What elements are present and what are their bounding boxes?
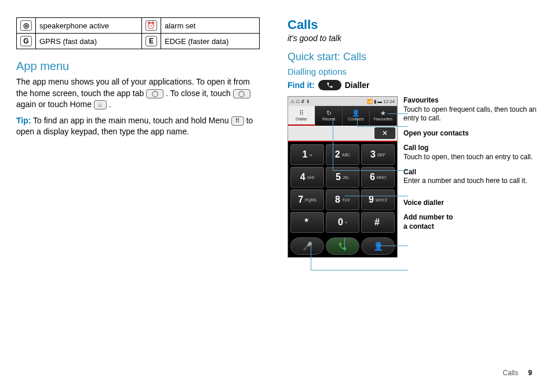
table-row: G GPRS (fast data) E EDGE (faster data) xyxy=(17,34,260,49)
tab-dialler[interactable]: ⠿Dialler xyxy=(288,106,315,126)
status-bar: ⚠ ♺ ⇵ ⬇ 📶 ▮ ▬ 12:24 xyxy=(288,97,397,106)
callout-label: Favourites xyxy=(403,96,537,105)
text: To find an app in the main menu, touch a… xyxy=(33,116,231,125)
tab-recent[interactable]: ↻Recent xyxy=(315,106,343,126)
tab-label: Favourites xyxy=(374,117,393,121)
calls-heading: Calls xyxy=(288,17,537,32)
callout-favourites: Favourites Touch to open frequent calls,… xyxy=(403,96,537,123)
gprs-icon: G xyxy=(20,36,32,46)
status-icons-table: ◎ speakerphone active ⏰ alarm set G GPRS… xyxy=(16,17,260,49)
quick-start-heading: Quick start: Calls xyxy=(288,51,537,63)
clock-text: 12:24 xyxy=(383,99,395,104)
icon-label: alarm set xyxy=(161,18,259,34)
key-7[interactable]: 7PQRS xyxy=(290,189,324,210)
key-3[interactable]: 3DEF xyxy=(361,144,395,165)
dialling-options-heading: Dialling options xyxy=(288,67,537,76)
left-column: ◎ speakerphone active ⏰ alarm set G GPRS… xyxy=(16,17,260,258)
dialler-pill-icon xyxy=(318,80,341,90)
speakerphone-icon: ◎ xyxy=(20,20,32,31)
edge-icon: E xyxy=(145,36,157,46)
tabs-row: ⠿Dialler ↻Recent 👤Contacts ★Favourites xyxy=(288,106,397,126)
callout-voice-dialler: Voice dialler xyxy=(403,199,537,208)
status-left-icons: ⚠ ♺ ⇵ ⬇ xyxy=(290,99,310,104)
voice-dial-button[interactable]: 🎤 xyxy=(290,237,324,255)
find-it-value: Dialler xyxy=(345,80,370,90)
callout-label: Call log xyxy=(403,144,537,153)
backspace-button[interactable]: ✕ xyxy=(374,127,395,139)
icon-label: GPRS (fast data) xyxy=(36,34,142,49)
phone-diagram: ⚠ ♺ ⇵ ⬇ 📶 ▮ ▬ 12:24 ⠿Dialler ↻Recent xyxy=(288,96,537,258)
key-2[interactable]: 2ABC xyxy=(326,144,359,165)
favourites-tab-icon: ★ xyxy=(380,110,386,116)
text: again or touch Home xyxy=(16,100,94,109)
callout-label: Call xyxy=(403,168,537,177)
dialler-tab-icon: ⠿ xyxy=(299,110,304,116)
calls-tagline: it's good to talk xyxy=(288,34,537,43)
callout-text: a contact xyxy=(403,222,537,232)
key-star[interactable]: * xyxy=(290,212,324,233)
app-tab-icon: ◯ xyxy=(146,89,163,98)
callout-call-log: Call log Touch to open, then touch an en… xyxy=(403,144,537,162)
tab-label: Contacts xyxy=(348,117,364,121)
battery-icon: ▬ xyxy=(377,99,382,104)
download-icon: ⬇ xyxy=(306,99,310,104)
menu-icon: ⠿ xyxy=(231,116,244,126)
bottom-row: 🎤 👤 xyxy=(288,235,397,257)
number-input[interactable] xyxy=(288,126,373,141)
tip-label: Tip: xyxy=(16,116,31,125)
callouts: Favourites Touch to open frequent calls,… xyxy=(403,96,537,237)
icon-label: EDGE (faster data) xyxy=(161,34,259,49)
callout-label: Voice dialler xyxy=(403,199,537,208)
add-contact-button[interactable]: 👤 xyxy=(361,237,395,255)
callout-call: Call Enter a number and touch here to ca… xyxy=(403,168,537,186)
callout-text: Touch to open, then touch an entry to ca… xyxy=(403,153,537,162)
key-1[interactable]: 1∞ xyxy=(290,144,324,165)
footer-page-number: 9 xyxy=(528,369,532,377)
alarm-icon: ⏰ xyxy=(145,20,157,31)
app-menu-heading: App menu xyxy=(16,60,260,73)
number-input-row: ✕ xyxy=(288,126,397,142)
tip-body: Tip: To find an app in the main menu, to… xyxy=(16,115,260,138)
callout-label: Add number to xyxy=(403,213,537,222)
recent-tab-icon: ↻ xyxy=(326,110,332,116)
key-0[interactable]: 0+ xyxy=(326,212,359,233)
home-icon: ⌂ xyxy=(94,100,107,109)
warning-icon: ⚠ xyxy=(290,99,294,104)
usb-icon: ⇵ xyxy=(301,99,305,104)
phone-mockup: ⚠ ♺ ⇵ ⬇ 📶 ▮ ▬ 12:24 ⠿Dialler ↻Recent xyxy=(288,96,398,258)
callout-label: Open your contacts xyxy=(403,129,537,138)
app-tab-icon: ◯ xyxy=(233,89,250,98)
footer-section: Calls xyxy=(503,369,518,377)
call-button[interactable] xyxy=(326,237,359,255)
sync-icon: ♺ xyxy=(296,99,300,104)
callout-add-number: Add number to a contact xyxy=(403,213,537,231)
find-it-label: Find it: xyxy=(288,80,315,90)
icon-label: speakerphone active xyxy=(36,18,142,34)
tab-favourites[interactable]: ★Favourites xyxy=(370,106,397,126)
page-footer: Calls 9 xyxy=(503,369,532,377)
app-menu-body: The app menu shows you all of your appli… xyxy=(16,76,260,111)
key-9[interactable]: 9WXYZ xyxy=(361,189,395,210)
callout-text: Enter a number and touch here to call it… xyxy=(403,177,537,186)
tab-contacts[interactable]: 👤Contacts xyxy=(343,106,370,126)
keypad: 1∞ 2ABC 3DEF 4GHI 5JKL 6MNO 7PQRS 8TUV 9… xyxy=(288,142,397,235)
contacts-tab-icon: 👤 xyxy=(352,110,360,116)
signal-icon: ▮ xyxy=(374,99,376,104)
table-row: ◎ speakerphone active ⏰ alarm set xyxy=(17,18,260,34)
callout-text: Touch to open frequent calls, then touch… xyxy=(403,105,537,123)
callout-open-contacts: Open your contacts xyxy=(403,129,537,138)
page-columns: ◎ speakerphone active ⏰ alarm set G GPRS… xyxy=(16,17,537,258)
status-right-icons: 📶 ▮ ▬ 12:24 xyxy=(367,99,395,104)
text: . To close it, touch xyxy=(166,89,233,98)
tab-label: Dialler xyxy=(296,117,307,121)
find-it-row: Find it: Dialler xyxy=(288,80,537,90)
text: . xyxy=(109,100,111,109)
right-column: Calls it's good to talk Quick start: Cal… xyxy=(288,17,537,258)
key-4[interactable]: 4GHI xyxy=(290,167,324,188)
key-hash[interactable]: # xyxy=(361,212,395,233)
key-8[interactable]: 8TUV xyxy=(326,189,359,210)
wifi-icon: 📶 xyxy=(367,99,373,104)
